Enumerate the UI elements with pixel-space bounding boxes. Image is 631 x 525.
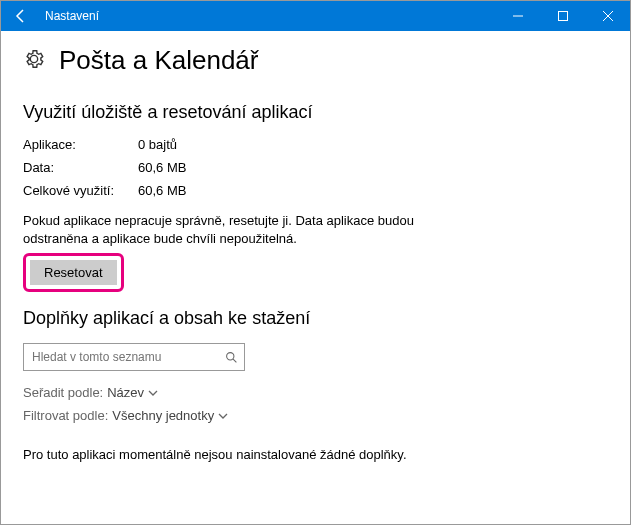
sort-control[interactable]: Seřadit podle: Název [23, 385, 608, 400]
chevron-down-icon [148, 388, 158, 398]
data-usage-label: Data: [23, 160, 138, 175]
addons-section-title: Doplňky aplikací a obsah ke stažení [23, 308, 608, 329]
filter-value: Všechny jednotky [112, 408, 214, 423]
app-usage-label: Aplikace: [23, 137, 138, 152]
total-usage-value: 60,6 MB [138, 183, 186, 198]
app-usage-value: 0 bajtů [138, 137, 177, 152]
addons-search-input[interactable] [32, 350, 225, 364]
addons-empty-note: Pro tuto aplikaci momentálně nejsou nain… [23, 447, 608, 462]
addons-search-box[interactable] [23, 343, 245, 371]
maximize-button[interactable] [540, 1, 585, 31]
svg-rect-1 [558, 12, 567, 21]
storage-section-title: Využití úložiště a resetování aplikací [23, 102, 608, 123]
chevron-down-icon [218, 411, 228, 421]
filter-control[interactable]: Filtrovat podle: Všechny jednotky [23, 408, 608, 423]
back-button[interactable] [1, 1, 41, 31]
reset-button[interactable]: Resetovat [30, 260, 117, 285]
filter-label: Filtrovat podle: [23, 408, 108, 423]
search-icon [225, 351, 238, 364]
data-usage-value: 60,6 MB [138, 160, 186, 175]
data-usage-row: Data: 60,6 MB [23, 160, 608, 175]
page-title: Pošta a Kalendář [59, 45, 258, 76]
svg-line-5 [233, 359, 236, 362]
sort-label: Seřadit podle: [23, 385, 103, 400]
minimize-button[interactable] [495, 1, 540, 31]
sort-value: Název [107, 385, 144, 400]
window-title: Nastavení [41, 9, 99, 23]
total-usage-row: Celkové využití: 60,6 MB [23, 183, 608, 198]
reset-highlight: Resetovat [23, 253, 124, 292]
total-usage-label: Celkové využití: [23, 183, 138, 198]
page-header: Pošta a Kalendář [23, 43, 608, 86]
app-usage-row: Aplikace: 0 bajtů [23, 137, 608, 152]
titlebar: Nastavení [1, 1, 630, 31]
close-button[interactable] [585, 1, 630, 31]
content: Pošta a Kalendář Využití úložiště a rese… [1, 31, 630, 462]
reset-description: Pokud aplikace nepracuje správně, resetu… [23, 212, 463, 247]
svg-point-4 [227, 352, 234, 359]
gear-icon [23, 48, 45, 74]
